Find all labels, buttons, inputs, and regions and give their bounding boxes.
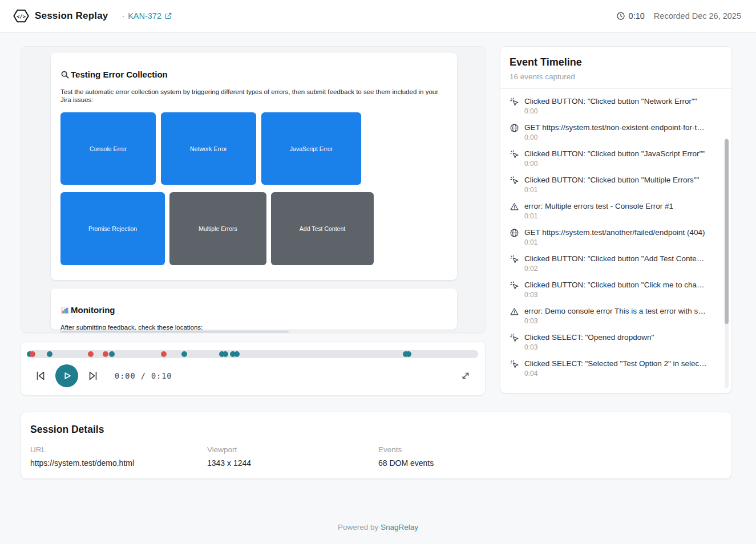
event-timeline-title: Event Timeline bbox=[510, 56, 722, 68]
promise-rejection-button[interactable]: Promise Rejection bbox=[60, 192, 165, 265]
event-title: Clicked BUTTON: "Clicked button "Add Tes… bbox=[524, 254, 714, 263]
event-row[interactable]: Clicked BUTTON: "Clicked button "Click m… bbox=[510, 280, 714, 299]
issue-link-label: KAN-372 bbox=[128, 11, 161, 21]
event-row[interactable]: GET https://system.test/non-existent-end… bbox=[510, 123, 714, 141]
recorded-date: Recorded Dec 26, 2025 bbox=[654, 11, 741, 21]
event-row[interactable]: Clicked BUTTON: "Clicked button "Add Tes… bbox=[510, 254, 714, 273]
event-timeline-panel: Event Timeline 16 events captured Clicke… bbox=[500, 46, 732, 393]
event-title: Clicked BUTTON: "Clicked button "Click m… bbox=[524, 280, 714, 290]
event-time: 0:04 bbox=[524, 370, 714, 377]
header-meta: 0:10 Recorded Dec 26, 2025 bbox=[616, 11, 741, 21]
event-marker-click[interactable] bbox=[223, 351, 228, 357]
event-time: 0:03 bbox=[524, 317, 714, 325]
session-details-card: Session Details URL https://system.test/… bbox=[21, 412, 732, 479]
warning-icon bbox=[510, 307, 519, 316]
events-value: 68 DOM events bbox=[378, 458, 722, 468]
fullscreen-button[interactable] bbox=[459, 369, 472, 383]
event-marker-click[interactable] bbox=[181, 351, 187, 357]
event-time: 0:00 bbox=[524, 107, 714, 115]
play-button[interactable] bbox=[55, 364, 78, 387]
event-marker-click[interactable] bbox=[109, 351, 115, 357]
network-error-button[interactable]: Network Error bbox=[161, 112, 256, 185]
event-title: GET https://system.test/non-existent-end… bbox=[524, 123, 714, 132]
event-title: Clicked SELECT: "Opened dropdown" bbox=[524, 332, 714, 342]
event-marker-click[interactable] bbox=[47, 351, 52, 357]
globe-icon bbox=[510, 123, 519, 133]
issue-link[interactable]: KAN-372 bbox=[128, 11, 172, 21]
monitoring-section-description: After submitting feedback, check these l… bbox=[60, 323, 447, 330]
session-details-fields: URL https://system.test/demo.html Viewpo… bbox=[30, 445, 722, 468]
monitoring-section-title: Monitoring bbox=[71, 305, 115, 315]
event-marker-error[interactable] bbox=[161, 351, 167, 357]
clock-icon bbox=[616, 11, 625, 21]
viewport-field: Viewport 1343 x 1244 bbox=[207, 445, 378, 468]
console-error-button[interactable]: Console Error bbox=[60, 112, 156, 185]
footer: Powered by SnagRelay bbox=[0, 523, 756, 531]
events-label: Events bbox=[378, 445, 722, 454]
testing-section-heading: Testing Error Collection bbox=[60, 69, 447, 80]
url-value: https://system.test/demo.html bbox=[30, 458, 207, 468]
event-title: error: Multiple errors test - Console Er… bbox=[524, 201, 714, 211]
event-time: 0:00 bbox=[524, 160, 714, 168]
issue-link-group: · KAN-372 bbox=[122, 11, 172, 21]
event-row[interactable]: Clicked BUTTON: "Clicked button "Multipl… bbox=[510, 175, 714, 194]
replay-section-testing: Testing Error Collection Test the automa… bbox=[51, 53, 457, 280]
cursor-click-icon bbox=[510, 359, 519, 369]
replay-viewport: Testing Error Collection Test the automa… bbox=[21, 46, 486, 333]
duration-group: 0:10 bbox=[616, 11, 645, 21]
event-row[interactable]: Clicked BUTTON: "Clicked button "JavaScr… bbox=[510, 149, 714, 168]
event-marker-error[interactable] bbox=[88, 351, 94, 357]
play-icon bbox=[60, 370, 73, 382]
event-time: 0:01 bbox=[524, 238, 714, 246]
event-time: 0:03 bbox=[524, 343, 714, 351]
cursor-click-icon bbox=[510, 97, 519, 107]
event-time: 0:03 bbox=[524, 291, 714, 299]
seek-bar[interactable] bbox=[28, 350, 478, 358]
event-marker-click[interactable] bbox=[234, 351, 240, 357]
event-row[interactable]: error: Demo console error This is a test… bbox=[510, 306, 714, 325]
event-marker-error[interactable] bbox=[103, 351, 108, 357]
cursor-click-icon bbox=[510, 281, 519, 290]
cursor-click-icon bbox=[510, 254, 519, 264]
demo-button-row-2: Promise Rejection Multiple Errors Add Te… bbox=[60, 192, 447, 265]
separator-dot: · bbox=[122, 11, 124, 21]
player-buttons-row: 0:00 / 0:10 bbox=[21, 358, 485, 387]
event-row[interactable]: Clicked SELECT: "Opened dropdown"0:03 bbox=[510, 332, 714, 351]
event-row[interactable]: Clicked BUTTON: "Clicked button "Network… bbox=[510, 96, 714, 115]
event-time: 0:01 bbox=[524, 186, 714, 194]
event-time: 0:01 bbox=[524, 212, 714, 220]
snagrelay-link[interactable]: SnagRelay bbox=[381, 523, 418, 531]
event-row[interactable]: error: Multiple errors test - Console Er… bbox=[510, 201, 714, 220]
event-timeline-header: Event Timeline 16 events captured bbox=[500, 47, 731, 89]
session-details-title: Session Details bbox=[30, 424, 722, 436]
scrollbar-thumb[interactable] bbox=[725, 139, 729, 324]
add-test-content-button[interactable]: Add Test Content bbox=[271, 192, 374, 265]
svg-text:</>: </> bbox=[17, 14, 26, 19]
external-link-icon bbox=[164, 12, 172, 20]
time-display: 0:00 / 0:10 bbox=[115, 371, 172, 380]
event-title: Clicked BUTTON: "Clicked button "Multipl… bbox=[524, 175, 714, 185]
event-row[interactable]: Clicked SELECT: "Selected "Test Option 2… bbox=[510, 359, 714, 377]
url-label: URL bbox=[30, 445, 207, 454]
event-marker-error[interactable] bbox=[30, 351, 35, 357]
event-title: Clicked BUTTON: "Clicked button "Network… bbox=[524, 96, 714, 106]
event-time: 0:00 bbox=[524, 133, 714, 141]
event-marker-click[interactable] bbox=[406, 351, 411, 357]
event-time: 0:02 bbox=[524, 265, 714, 273]
total-time: 0:10 bbox=[151, 371, 172, 380]
demo-button-row-1: Console Error Network Error JavaScript E… bbox=[60, 112, 447, 185]
skip-forward-button[interactable] bbox=[86, 369, 100, 383]
bar-chart-icon bbox=[60, 306, 70, 315]
current-time: 0:00 bbox=[115, 371, 136, 380]
testing-section-title: Testing Error Collection bbox=[71, 69, 168, 80]
multiple-errors-button[interactable]: Multiple Errors bbox=[169, 192, 266, 265]
session-duration: 0:10 bbox=[629, 11, 645, 21]
cursor-click-icon bbox=[510, 176, 519, 185]
event-count: 16 events captured bbox=[510, 72, 722, 81]
viewport-value: 1343 x 1244 bbox=[207, 458, 378, 468]
event-title: Clicked SELECT: "Selected "Test Option 2… bbox=[524, 359, 714, 368]
skip-back-button[interactable] bbox=[34, 369, 47, 383]
event-title: error: Demo console error This is a test… bbox=[524, 306, 714, 316]
javascript-error-button[interactable]: JavaScript Error bbox=[261, 112, 361, 185]
event-row[interactable]: GET https://system.test/another/failed/e… bbox=[510, 228, 714, 246]
